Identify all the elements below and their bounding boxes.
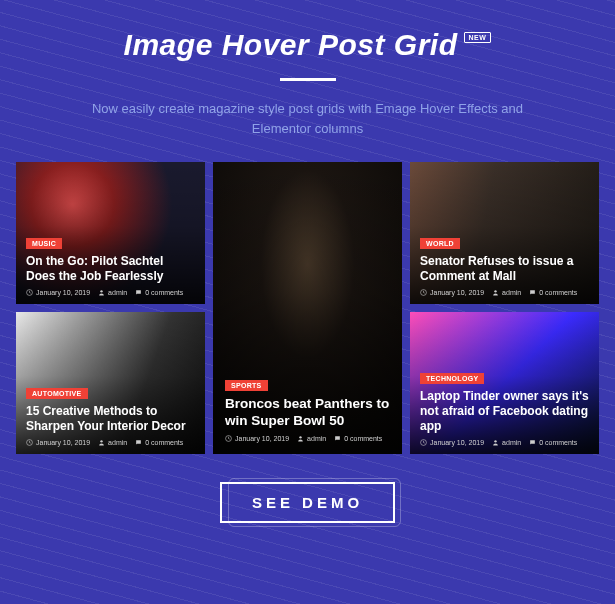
comment-icon — [529, 439, 536, 446]
post-date: January 10, 2019 — [36, 439, 90, 446]
category-tag[interactable]: MUSIC — [26, 238, 62, 249]
post-title[interactable]: Senator Refuses to issue a Comment at Ma… — [420, 254, 589, 284]
svg-point-7 — [100, 440, 102, 442]
new-badge: NEW — [464, 32, 492, 43]
user-icon — [98, 289, 105, 296]
post-card-automotive[interactable]: AUTOMOTIVE 15 Creative Methods to Sharpe… — [16, 312, 205, 454]
post-author: admin — [108, 439, 127, 446]
post-date: January 10, 2019 — [430, 439, 484, 446]
header: Image Hover Post Grid NEW Now easily cre… — [0, 0, 615, 138]
post-meta: January 10, 2019 admin 0 comments — [420, 289, 589, 296]
clock-icon — [225, 435, 232, 442]
post-date: January 10, 2019 — [235, 435, 289, 442]
page-title: Image Hover Post Grid — [124, 28, 458, 62]
post-author: admin — [307, 435, 326, 442]
svg-point-9 — [494, 440, 496, 442]
post-card-music[interactable]: MUSIC On the Go: Pilot Sachtel Does the … — [16, 162, 205, 304]
post-comments: 0 comments — [344, 435, 382, 442]
category-tag[interactable]: TECHNOLOGY — [420, 373, 484, 384]
category-tag[interactable]: WORLD — [420, 238, 460, 249]
post-title[interactable]: 15 Creative Methods to Sharpen Your Inte… — [26, 404, 195, 434]
title-underline — [280, 78, 336, 81]
svg-point-5 — [494, 290, 496, 292]
post-meta: January 10, 2019 admin 0 comments — [26, 439, 195, 446]
user-icon — [98, 439, 105, 446]
post-comments: 0 comments — [145, 439, 183, 446]
post-meta: January 10, 2019 admin 0 comments — [26, 289, 195, 296]
category-tag[interactable]: SPORTS — [225, 380, 268, 391]
comment-icon — [529, 289, 536, 296]
post-card-sports[interactable]: SPORTS Broncos beat Panthers to win Supe… — [213, 162, 402, 454]
post-author: admin — [108, 289, 127, 296]
post-title[interactable]: Laptop Tinder owner says it's not afraid… — [420, 389, 589, 434]
clock-icon — [26, 289, 33, 296]
post-comments: 0 comments — [539, 439, 577, 446]
page-subtitle: Now easily create magazine style post gr… — [78, 99, 538, 138]
clock-icon — [26, 439, 33, 446]
post-title[interactable]: On the Go: Pilot Sachtel Does the Job Fe… — [26, 254, 195, 284]
clock-icon — [420, 289, 427, 296]
comment-icon — [135, 289, 142, 296]
post-author: admin — [502, 439, 521, 446]
post-card-technology[interactable]: TECHNOLOGY Laptop Tinder owner says it's… — [410, 312, 599, 454]
post-comments: 0 comments — [539, 289, 577, 296]
post-date: January 10, 2019 — [36, 289, 90, 296]
post-comments: 0 comments — [145, 289, 183, 296]
see-demo-button[interactable]: SEE DEMO — [220, 482, 395, 523]
user-icon — [297, 435, 304, 442]
user-icon — [492, 289, 499, 296]
svg-point-3 — [299, 436, 301, 438]
svg-point-1 — [100, 290, 102, 292]
post-meta: January 10, 2019 admin 0 comments — [225, 435, 390, 442]
clock-icon — [420, 439, 427, 446]
post-date: January 10, 2019 — [430, 289, 484, 296]
post-grid: MUSIC On the Go: Pilot Sachtel Does the … — [0, 138, 615, 454]
post-title[interactable]: Broncos beat Panthers to win Super Bowl … — [225, 396, 390, 430]
comment-icon — [135, 439, 142, 446]
post-card-world[interactable]: WORLD Senator Refuses to issue a Comment… — [410, 162, 599, 304]
post-author: admin — [502, 289, 521, 296]
post-meta: January 10, 2019 admin 0 comments — [420, 439, 589, 446]
comment-icon — [334, 435, 341, 442]
user-icon — [492, 439, 499, 446]
category-tag[interactable]: AUTOMOTIVE — [26, 388, 88, 399]
